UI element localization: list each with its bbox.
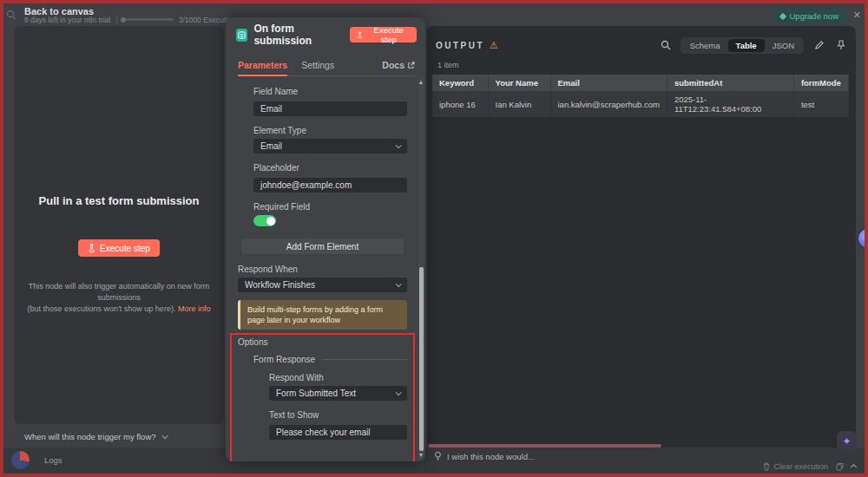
column-header[interactable]: Email: [550, 75, 667, 91]
ai-assistant-button[interactable]: ✦: [837, 431, 857, 451]
respond-with-label: Respond With: [269, 373, 407, 382]
options-title: Options: [238, 337, 407, 347]
output-panel: OUTPUT ⚠ Schema Table JSON 1 item Keywor…: [427, 26, 856, 448]
output-table-body: iphone 16Ian Kalvinian.kalvin@scraperhub…: [432, 91, 848, 117]
required-field-label: Required Field: [253, 202, 407, 212]
chevron-down-icon: [396, 142, 402, 148]
copy-icon[interactable]: [836, 462, 844, 471]
chevron-down-icon: [161, 433, 168, 439]
options-section: Options Form Response Respond With Form …: [238, 337, 407, 461]
form-response-label: Form Response: [253, 355, 315, 364]
logs-bar: Logs I wish this node would... Clear exe…: [3, 448, 865, 474]
table-cell: Ian Kalvin: [488, 91, 550, 117]
warning-icon: ⚠: [490, 40, 498, 51]
respond-when-select[interactable]: Workflow Finishes: [238, 278, 407, 292]
column-header[interactable]: Your Name: [488, 75, 550, 91]
trigger-note: This node will also trigger automaticall…: [24, 281, 214, 315]
view-table[interactable]: Table: [728, 39, 765, 52]
add-form-element-button[interactable]: Add Form Element: [241, 238, 404, 254]
table-row[interactable]: iphone 16Ian Kalvinian.kalvin@scraperhub…: [432, 91, 848, 117]
view-toggle: Schema Table JSON: [681, 37, 804, 54]
parameters-body: Field Name Element Type Email Placeholde…: [226, 78, 418, 461]
external-link-icon: [407, 62, 415, 69]
tab-parameters[interactable]: Parameters: [238, 60, 287, 76]
divider: |: [115, 15, 118, 24]
form-node-icon: [236, 29, 247, 42]
output-table-head-row: KeywordYour NameEmailsubmittedAtformMode: [432, 75, 848, 91]
modal-scrollbar[interactable]: [418, 78, 424, 460]
close-icon[interactable]: ✕: [853, 10, 861, 21]
table-cell: test: [793, 91, 848, 117]
horizontal-scrollbar[interactable]: [429, 444, 661, 448]
placeholder-label: Placeholder: [253, 163, 407, 173]
output-title: OUTPUT: [436, 41, 484, 50]
upgrade-button[interactable]: Upgrade now: [773, 9, 845, 23]
items-count: 1 item: [437, 61, 459, 69]
node-title: On form submission: [253, 23, 344, 47]
canvas-search-icon[interactable]: [6, 10, 16, 20]
trial-status: 8 days left in your n8n trial: [24, 16, 110, 24]
executions-progress-bar: [123, 18, 174, 21]
trigger-info-bar[interactable]: When will this node trigger my flow?: [14, 426, 224, 448]
divider: [322, 359, 407, 360]
flask-icon: [357, 31, 363, 39]
text-to-show-label: Text to Show: [269, 410, 407, 420]
edit-output-icon[interactable]: [811, 37, 826, 53]
table-cell: ian.kalvin@scraperhub.com: [550, 91, 667, 117]
table-cell: iphone 16: [432, 91, 488, 117]
column-header[interactable]: Keyword: [432, 75, 488, 91]
element-type-select[interactable]: Email: [253, 139, 407, 154]
scroll-down-arrow[interactable]: [419, 454, 423, 457]
top-bar: Back to canvas 8 days left in your n8n t…: [0, 0, 868, 26]
chevron-down-icon: [396, 281, 402, 287]
user-avatar[interactable]: [11, 451, 30, 469]
text-to-show-input[interactable]: [269, 425, 407, 440]
execute-step-button-modal[interactable]: Execute step: [350, 27, 417, 42]
respond-when-label: Respond When: [238, 265, 407, 274]
view-schema[interactable]: Schema: [682, 39, 728, 52]
required-field-toggle[interactable]: [253, 215, 276, 226]
more-info-link[interactable]: More info: [178, 304, 211, 313]
scrollbar-thumb[interactable]: [419, 267, 424, 451]
multi-step-notice: Build multi-step forms by adding a form …: [238, 300, 407, 330]
field-name-label: Field Name: [253, 87, 407, 96]
trash-icon: [763, 462, 770, 471]
docs-link[interactable]: Docs: [382, 60, 415, 75]
logs-label[interactable]: Logs: [44, 455, 62, 465]
tab-settings[interactable]: Settings: [301, 60, 334, 75]
wish-input[interactable]: I wish this node would...: [434, 451, 535, 461]
clear-execution-button[interactable]: Clear execution: [763, 462, 828, 471]
lightbulb-icon: [434, 451, 442, 461]
help-chat-bubble[interactable]: [857, 227, 868, 250]
respond-with-select[interactable]: Form Submitted Text: [269, 386, 407, 401]
placeholder-input[interactable]: [253, 178, 407, 193]
element-type-label: Element Type: [253, 126, 407, 135]
pin-data-icon[interactable]: [833, 37, 849, 53]
output-table: KeywordYour NameEmailsubmittedAtformMode…: [432, 75, 849, 117]
view-json[interactable]: JSON: [765, 39, 802, 52]
table-cell: 2025-11-11T12:23:41.584+08:00: [667, 91, 793, 117]
flask-icon: [88, 244, 95, 252]
column-header[interactable]: formMode: [793, 75, 848, 91]
scroll-up-arrow[interactable]: [419, 81, 423, 84]
input-panel-title: Pull in a test form submission: [23, 194, 215, 207]
node-settings-modal: On form submission Execute step Paramete…: [226, 17, 425, 461]
chevron-down-icon: [396, 389, 402, 395]
execute-step-button[interactable]: Execute step: [78, 239, 160, 257]
upgrade-icon: [779, 12, 786, 19]
modal-tabs: Parameters Settings Docs: [238, 59, 415, 76]
column-header[interactable]: submittedAt: [667, 75, 793, 91]
field-name-input[interactable]: [253, 101, 407, 116]
input-panel: Pull in a test form submission Execute s…: [14, 26, 224, 424]
expand-logs-icon[interactable]: [851, 463, 857, 469]
search-icon[interactable]: [658, 37, 674, 53]
